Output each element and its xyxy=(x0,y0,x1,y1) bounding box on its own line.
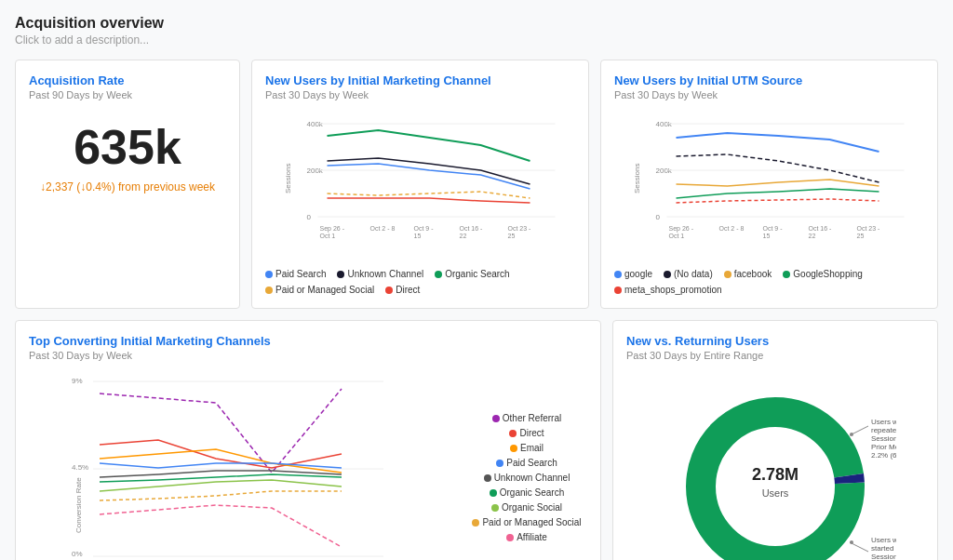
svg-text:2.2% (60k): 2.2% (60k) xyxy=(871,451,896,460)
svg-text:22: 22 xyxy=(460,233,467,239)
svg-text:Oct 1: Oct 1 xyxy=(669,233,685,239)
acquisition-rate-value: 635k xyxy=(29,119,226,175)
svg-text:0: 0 xyxy=(656,213,661,221)
svg-text:Sessions in: Sessions in xyxy=(871,434,896,443)
acquisition-rate-subtitle: Past 90 Days by Week xyxy=(29,89,226,100)
new-users-utm-title: New Users by Initial UTM Source xyxy=(614,73,924,87)
acquisition-rate-change: ↓2,337 (↓0.4%) from previous week xyxy=(29,180,226,193)
donut-chart: 2.78M Users Users who repeated Sessions … xyxy=(654,380,896,560)
svg-point-44 xyxy=(701,412,850,560)
svg-text:0: 0 xyxy=(307,213,312,221)
svg-text:Oct 23 -: Oct 23 - xyxy=(508,225,532,232)
svg-text:0%: 0% xyxy=(72,550,83,558)
new-users-channel-legend: Paid Search Unknown Channel Organic Sear… xyxy=(265,269,575,295)
svg-text:15: 15 xyxy=(763,233,771,239)
svg-text:Oct 1: Oct 1 xyxy=(320,233,336,239)
top-converting-chart: 9% 4.5% 0% Conversion Rate Sep 26 - Oct … xyxy=(29,370,459,560)
new-users-channel-card: New Users by Initial Marketing Channel P… xyxy=(251,60,589,309)
svg-text:started doing: started doing xyxy=(871,544,896,553)
new-users-utm-legend: google (No data) facebook GoogleShopping… xyxy=(614,269,924,295)
svg-text:22: 22 xyxy=(809,233,816,239)
page-subtitle[interactable]: Click to add a description... xyxy=(15,33,938,47)
svg-text:25: 25 xyxy=(508,233,516,239)
new-users-channel-title: New Users by Initial Marketing Channel xyxy=(265,73,575,87)
acquisition-rate-title: Acquisition Rate xyxy=(29,73,226,87)
svg-text:Users: Users xyxy=(762,487,789,499)
svg-text:2.78M: 2.78M xyxy=(752,465,799,484)
svg-text:Prior Month: Prior Month xyxy=(871,443,896,451)
acquisition-rate-card: Acquisition Rate Past 90 Days by Week 63… xyxy=(15,60,240,309)
svg-text:25: 25 xyxy=(857,233,865,239)
new-users-utm-card: New Users by Initial UTM Source Past 30 … xyxy=(600,60,938,309)
top-converting-title: Top Converting Initial Marketing Channel… xyxy=(29,334,587,348)
svg-text:Oct 2 - 8: Oct 2 - 8 xyxy=(370,225,396,232)
new-vs-returning-title: New vs. Returning Users xyxy=(626,334,924,348)
new-users-utm-subtitle: Past 30 Days by Week xyxy=(614,89,924,100)
svg-text:Oct 2 - 8: Oct 2 - 8 xyxy=(719,225,745,232)
svg-text:15: 15 xyxy=(414,233,422,239)
svg-point-49 xyxy=(850,433,853,436)
new-vs-returning-card: New vs. Returning Users Past 30 Days by … xyxy=(612,320,938,560)
svg-text:Users who: Users who xyxy=(871,418,896,426)
svg-text:Sessions: Sessions xyxy=(284,164,292,193)
page-title: Acquisition overview xyxy=(15,15,938,32)
svg-text:Sep 26 -: Sep 26 - xyxy=(669,225,694,233)
svg-text:Oct 9 -: Oct 9 - xyxy=(763,225,784,232)
svg-text:Oct 16 -: Oct 16 - xyxy=(460,225,484,232)
svg-text:Oct 9 -: Oct 9 - xyxy=(414,225,435,232)
svg-text:4.5%: 4.5% xyxy=(72,463,88,472)
top-converting-subtitle: Past 30 Days by Week xyxy=(29,350,587,361)
new-users-utm-chart: 400k 200k 0 Sessions Sep 26 - Oct 1 Oct … xyxy=(614,110,924,261)
svg-text:Oct 16 -: Oct 16 - xyxy=(809,225,833,232)
svg-text:Sessions in: Sessions in xyxy=(871,553,896,560)
svg-text:Oct 23 -: Oct 23 - xyxy=(857,225,881,232)
new-users-channel-subtitle: Past 30 Days by Week xyxy=(265,89,575,100)
svg-text:repeated: repeated xyxy=(871,426,896,434)
new-users-channel-chart: 400k 200k 0 Sessions Sep 26 - Oct 1 Oct … xyxy=(265,110,575,261)
svg-text:Sep 26 -: Sep 26 - xyxy=(320,225,345,233)
svg-text:9%: 9% xyxy=(72,377,83,385)
top-converting-legend: Other Referral Direct Email Paid Search … xyxy=(466,378,587,560)
new-vs-returning-subtitle: Past 30 Days by Entire Range xyxy=(626,350,924,361)
svg-point-56 xyxy=(850,540,853,544)
svg-text:Users who: Users who xyxy=(871,536,896,544)
top-converting-card: Top Converting Initial Marketing Channel… xyxy=(15,320,601,560)
svg-text:Conversion Rate: Conversion Rate xyxy=(74,477,83,533)
svg-text:Sessions: Sessions xyxy=(633,164,641,193)
